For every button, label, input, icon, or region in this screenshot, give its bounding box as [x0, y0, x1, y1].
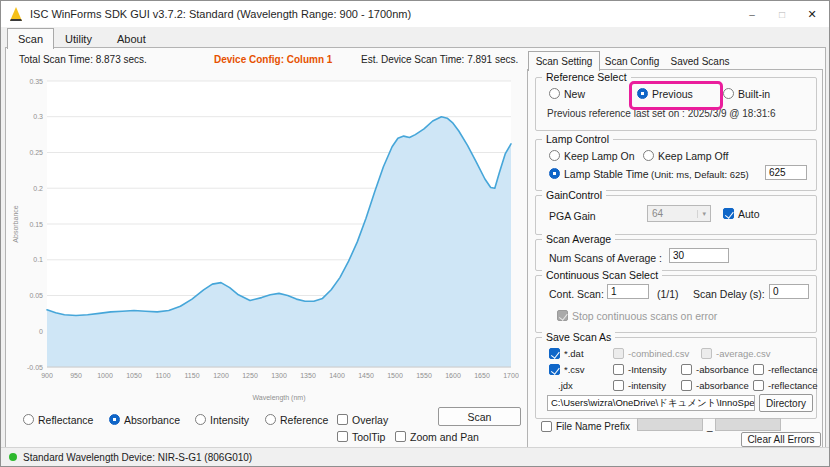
- svg-text:1200: 1200: [213, 372, 229, 379]
- svg-text:1250: 1250: [242, 372, 258, 379]
- checkbox-indicator: [701, 348, 712, 359]
- group-title: Reference Select: [542, 71, 631, 84]
- cont-scan-input[interactable]: 1: [607, 284, 649, 299]
- pga-gain-label: PGA Gain: [549, 209, 596, 222]
- checkbox-jdx-reflectance[interactable]: -reflectance: [753, 379, 818, 392]
- minimize-icon[interactable]: –: [737, 1, 767, 27]
- radio-keep-lamp-off[interactable]: Keep Lamp Off: [643, 149, 728, 162]
- svg-text:1350: 1350: [300, 372, 316, 379]
- radio-absorbance[interactable]: Absorbance: [109, 413, 180, 426]
- num-scans-label: Num Scans of Average :: [549, 251, 662, 264]
- directory-button[interactable]: Directory: [759, 394, 813, 412]
- checkbox-dat[interactable]: *.dat: [549, 347, 584, 360]
- group-title: Continuous Scan Select: [542, 269, 662, 282]
- svg-text:0.25: 0.25: [29, 149, 43, 156]
- checkbox-indicator: [395, 431, 406, 442]
- scan-button[interactable]: Scan: [438, 407, 521, 426]
- checkbox-indicator: [549, 364, 560, 375]
- svg-text:0.2: 0.2: [33, 185, 43, 192]
- checkbox-csv-reflectance[interactable]: -reflectance: [753, 363, 818, 376]
- radio-indicator: [723, 88, 734, 99]
- checkbox-indicator: [337, 414, 348, 425]
- svg-text:1500: 1500: [387, 372, 403, 379]
- checkbox-zoom-and-pan[interactable]: Zoom and Pan: [395, 430, 479, 443]
- checkbox-file-name-prefix[interactable]: File Name Prefix: [541, 420, 630, 433]
- checkbox-tooltip[interactable]: ToolTip: [337, 430, 385, 443]
- file-prefix-input-1: [637, 418, 703, 431]
- prefix-separator: _: [707, 420, 713, 433]
- radio-indicator: [549, 88, 560, 99]
- radio-keep-lamp-on[interactable]: Keep Lamp On: [549, 149, 635, 162]
- svg-text:1050: 1050: [126, 372, 142, 379]
- radio-reference-builtin[interactable]: Built-in: [723, 87, 770, 100]
- checkbox-auto-gain[interactable]: Auto: [723, 207, 760, 220]
- radio-indicator: [195, 414, 206, 425]
- checkbox-csv-intensity[interactable]: -Intensity: [613, 363, 667, 376]
- group-title: Scan Average: [542, 233, 615, 246]
- radio-indicator: [265, 414, 276, 425]
- checkbox-indicator: [753, 364, 764, 375]
- radio-reference-previous[interactable]: Previous: [637, 87, 693, 100]
- device-config-label: Device Config: Column 1: [214, 54, 332, 65]
- window-controls: – □ ✕: [737, 1, 827, 27]
- tab-utility[interactable]: Utility: [55, 29, 102, 48]
- checkbox-indicator: [613, 364, 624, 375]
- tab-about[interactable]: About: [107, 29, 156, 48]
- radio-reference-new[interactable]: New: [549, 87, 585, 100]
- checkbox-indicator: [541, 421, 552, 432]
- checkbox-jdx-absorbance[interactable]: -absorbance: [681, 379, 749, 392]
- checkbox-jdx-intensity[interactable]: -intensity: [613, 379, 666, 392]
- radio-reflectance[interactable]: Reflectance: [23, 413, 93, 426]
- svg-text:1600: 1600: [445, 372, 461, 379]
- svg-text:-0.05: -0.05: [27, 364, 43, 371]
- tab-scan[interactable]: Scan: [7, 28, 54, 49]
- pga-gain-select[interactable]: 64 ▾: [647, 205, 711, 222]
- svg-text:0.3: 0.3: [33, 113, 43, 120]
- maximize-icon[interactable]: □: [767, 1, 797, 27]
- group-title: Save Scan As: [542, 331, 615, 344]
- tab-scan-setting[interactable]: Scan Setting: [528, 51, 600, 71]
- main-tab-strip: Scan Utility About: [1, 27, 829, 47]
- radio-reference[interactable]: Reference: [265, 413, 328, 426]
- status-ok-icon: [9, 453, 17, 461]
- checkbox-average-csv: -average.csv: [701, 347, 770, 360]
- radio-intensity[interactable]: Intensity: [195, 413, 249, 426]
- checkbox-overlay[interactable]: Overlay: [337, 413, 388, 426]
- status-text: Standard Wavelength Device: NIR-S-G1 (80…: [23, 452, 252, 463]
- group-title: GainControl: [542, 189, 606, 202]
- lamp-stable-time-hint: (Unit: ms, Default: 625): [651, 168, 749, 181]
- checkbox-stop-on-error: Stop continuous scans on error: [557, 309, 717, 322]
- radio-indicator: [23, 414, 34, 425]
- absorbance-chart: -0.0500.050.10.150.20.250.30.35900950100…: [9, 65, 519, 403]
- tab-scan-config[interactable]: Scan Config: [598, 53, 666, 70]
- checkbox-indicator: [723, 208, 734, 219]
- svg-text:1000: 1000: [97, 372, 113, 379]
- pga-gain-value: 64: [652, 208, 663, 219]
- est-scan-time-label: Est. Device Scan Time: 7.891 secs.: [361, 54, 518, 65]
- close-icon[interactable]: ✕: [797, 1, 827, 27]
- num-scans-input[interactable]: 30: [669, 248, 729, 263]
- checkbox-indicator: [681, 364, 692, 375]
- total-scan-time-label: Total Scan Time: 8.873 secs.: [19, 54, 147, 65]
- checkbox-csv[interactable]: *.csv: [549, 363, 585, 376]
- jdx-label: .jdx: [558, 379, 573, 392]
- checkbox-indicator: [613, 380, 624, 391]
- tab-saved-scans[interactable]: Saved Scans: [666, 53, 734, 70]
- status-bar: Standard Wavelength Device: NIR-S-G1 (80…: [1, 447, 829, 466]
- checkbox-combined-csv: -combined.csv: [613, 347, 689, 360]
- directory-path-input[interactable]: C:\Users\wizra\OneDrive\ドキュメント\InnoSpect…: [547, 395, 755, 411]
- svg-text:1650: 1650: [474, 372, 490, 379]
- lamp-stable-time-input[interactable]: 625: [765, 165, 807, 180]
- checkbox-indicator: [753, 380, 764, 391]
- clear-all-errors-button[interactable]: Clear All Errors: [741, 432, 821, 447]
- cont-scan-label: Cont. Scan:: [549, 287, 604, 300]
- radio-lamp-stable-time[interactable]: Lamp Stable Time: [549, 167, 649, 180]
- radio-indicator: [109, 414, 120, 425]
- checkbox-indicator: [337, 431, 348, 442]
- title-bar: ISC WinForms SDK GUI v3.7.2: Standard (W…: [1, 1, 829, 27]
- svg-text:0.15: 0.15: [29, 221, 43, 228]
- scan-delay-input[interactable]: 0: [769, 284, 809, 299]
- checkbox-csv-absorbance[interactable]: -absorbance: [681, 363, 749, 376]
- radio-indicator: [643, 150, 654, 161]
- radio-indicator: [549, 150, 560, 161]
